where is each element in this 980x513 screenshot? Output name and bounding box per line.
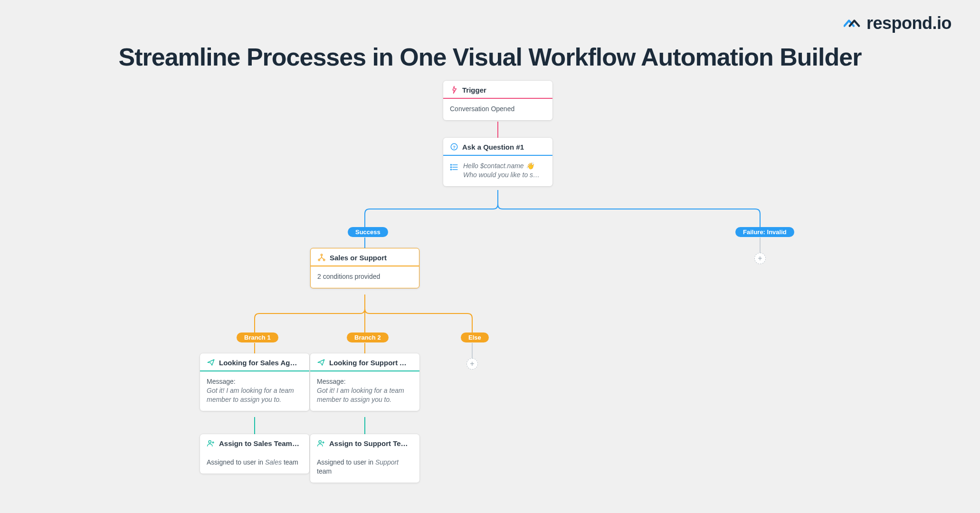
page-title: Streamline Processes in One Visual Workf… xyxy=(0,43,980,71)
pill-else[interactable]: Else xyxy=(461,332,489,342)
node-trigger[interactable]: Trigger Conversation Opened xyxy=(443,81,552,120)
node-ask-title: Ask a Question #1 xyxy=(462,143,524,151)
node-assign-sales-title: Assign to Sales Team Le… xyxy=(219,439,300,447)
add-step-button-failure[interactable]: + xyxy=(754,253,766,264)
assign-support-body: Assigned to user in Support team xyxy=(310,452,419,483)
msg-support-body: Got it! I am looking for a team member t… xyxy=(317,386,413,404)
node-branch[interactable]: Sales or Support 2 conditions provided xyxy=(310,248,419,288)
svg-point-14 xyxy=(319,440,321,443)
node-branch-body: 2 conditions provided xyxy=(311,266,419,288)
node-assign-support-title: Assign to Support Team… xyxy=(329,439,410,447)
node-assign-sales[interactable]: Assign to Sales Team Le… Assigned to use… xyxy=(200,434,309,474)
list-icon xyxy=(450,162,459,174)
msg-sales-label: Message: xyxy=(207,377,303,386)
node-msg-support[interactable]: Looking for Support Age… Message: Got it… xyxy=(310,353,419,411)
msg-sales-body: Got it! I am looking for a team member t… xyxy=(207,386,303,404)
pill-failure[interactable]: Failure: Invalid xyxy=(735,227,794,237)
svg-point-8 xyxy=(321,254,322,256)
pill-branch-2[interactable]: Branch 2 xyxy=(347,332,389,342)
ask-line-2: Who would you like to s… xyxy=(463,171,540,180)
node-branch-title: Sales or Support xyxy=(330,254,387,262)
branch-icon xyxy=(317,253,326,262)
add-step-button-else[interactable]: + xyxy=(466,358,478,370)
workflow-canvas: Trigger Conversation Opened ? Ask a Ques… xyxy=(0,76,980,513)
node-trigger-title: Trigger xyxy=(462,86,486,94)
assign-user-icon xyxy=(317,439,325,447)
node-trigger-body: Conversation Opened xyxy=(443,99,552,120)
node-msg-sales-title: Looking for Sales Agent xyxy=(219,359,300,367)
brand-mark-icon xyxy=(844,17,864,29)
svg-point-11 xyxy=(209,440,211,443)
pill-branch-1[interactable]: Branch 1 xyxy=(237,332,278,342)
node-msg-support-title: Looking for Support Age… xyxy=(329,359,410,367)
send-icon xyxy=(317,358,325,367)
node-ask-question[interactable]: ? Ask a Question #1 Hello $contact.name … xyxy=(443,138,552,186)
brand-name: respond.io xyxy=(866,13,951,33)
brand-logo: respond.io xyxy=(844,13,951,33)
trigger-icon xyxy=(450,86,458,94)
node-assign-support[interactable]: Assign to Support Team… Assigned to user… xyxy=(310,434,419,483)
assign-sales-body: Assigned to user in Sales team xyxy=(200,452,309,474)
send-icon xyxy=(207,358,215,367)
msg-support-label: Message: xyxy=(317,377,413,386)
node-msg-sales[interactable]: Looking for Sales Agent Message: Got it!… xyxy=(200,353,309,411)
pill-success[interactable]: Success xyxy=(348,227,388,237)
svg-point-5 xyxy=(451,164,452,165)
ask-line-1: Hello $contact.name 👋 xyxy=(463,162,540,171)
question-icon: ? xyxy=(450,142,458,151)
svg-point-6 xyxy=(451,167,452,168)
svg-point-7 xyxy=(451,169,452,170)
svg-text:?: ? xyxy=(453,144,456,150)
assign-user-icon xyxy=(207,439,215,447)
